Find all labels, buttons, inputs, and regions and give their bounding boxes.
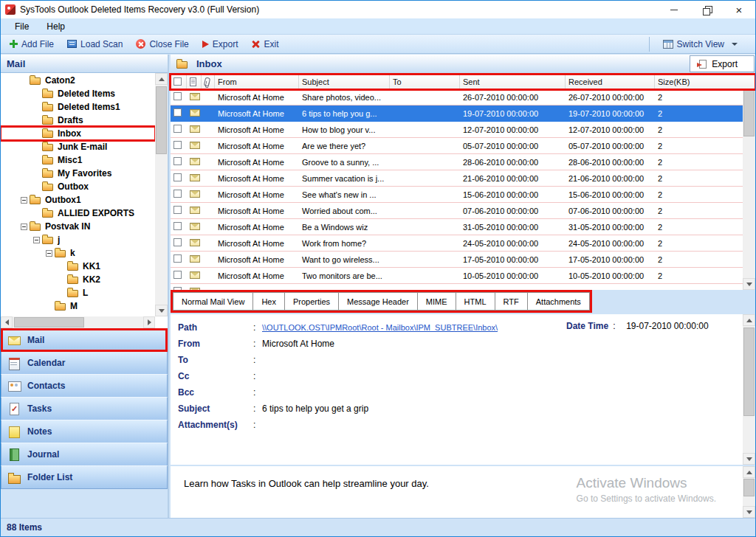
export-button-top[interactable]: Export: [690, 55, 755, 72]
row-checkbox[interactable]: [173, 238, 182, 246]
scroll-left-button[interactable]: [1, 316, 13, 328]
mail-row[interactable]: Microsoft At HomeShare photos, video...2…: [171, 89, 743, 105]
tree-item-drafts[interactable]: Drafts: [1, 114, 155, 127]
col-header-size[interactable]: Size(KB): [655, 75, 755, 89]
select-all-checkbox[interactable]: [173, 77, 182, 86]
scroll-up-button[interactable]: [743, 314, 755, 326]
toolbar-load-scan-button[interactable]: Load Scan: [61, 37, 128, 52]
tab-properties[interactable]: Properties: [284, 292, 339, 311]
scroll-thumb[interactable]: [156, 86, 167, 154]
toolbar-export-button[interactable]: Export: [196, 37, 244, 52]
tree-item-allied-exports[interactable]: ALLIED EXPORTS: [1, 207, 155, 220]
tab-normal-mail-view[interactable]: Normal Mail View: [173, 292, 253, 311]
mail-row[interactable]: Microsoft At HomeHow to blog your v...12…: [171, 122, 743, 138]
collapse-expander-icon[interactable]: [33, 237, 40, 243]
tree-item-junk-e-mail[interactable]: Junk E-mail: [1, 140, 155, 153]
scroll-right-button[interactable]: [143, 316, 155, 328]
tree-item-j[interactable]: j: [1, 233, 155, 246]
scroll-down-button[interactable]: [743, 506, 755, 518]
tree-item-outbox[interactable]: Outbox: [1, 180, 155, 193]
row-checkbox[interactable]: [173, 190, 182, 198]
detail-value-path[interactable]: \\OUTLOOK.OST\IPMRoot\Root - Mailbox\IPM…: [262, 323, 498, 332]
list-scrollbar-vertical[interactable]: [743, 75, 755, 290]
tab-mime[interactable]: MIME: [417, 292, 456, 311]
nav-button-tasks[interactable]: Tasks: [1, 397, 168, 420]
collapse-expander-icon[interactable]: [21, 224, 27, 230]
menu-item-help[interactable]: Help: [40, 20, 72, 33]
row-checkbox[interactable]: [173, 92, 182, 100]
detail-scrollbar-vertical[interactable]: [743, 314, 755, 465]
preview-scrollbar-vertical[interactable]: [743, 466, 755, 518]
minimize-button[interactable]: [658, 1, 690, 18]
mail-row[interactable]: Microsoft At HomeSummer vacation is j...…: [171, 170, 743, 187]
row-checkbox[interactable]: [173, 206, 182, 214]
tab-hex[interactable]: Hex: [252, 292, 285, 311]
tab-attachments[interactable]: Attachments: [527, 292, 590, 311]
tree-item-inbox[interactable]: Inbox: [1, 127, 155, 140]
close-button[interactable]: ×: [723, 1, 755, 18]
scroll-thumb[interactable]: [743, 328, 755, 416]
scroll-up-button[interactable]: [155, 73, 168, 85]
tab-rtf[interactable]: RTF: [495, 292, 528, 311]
tree-item-k[interactable]: k: [1, 246, 155, 260]
nav-button-notes[interactable]: Notes: [1, 420, 168, 443]
col-header-sent[interactable]: Sent: [460, 75, 566, 89]
row-checkbox[interactable]: [173, 108, 182, 117]
row-checkbox[interactable]: [173, 271, 182, 279]
tree-item-m[interactable]: M: [1, 299, 155, 313]
tree-scrollbar-vertical[interactable]: [155, 73, 168, 316]
scroll-up-button[interactable]: [743, 466, 755, 478]
mail-row[interactable]: Microsoft At HomeGroove to a sunny, ...2…: [171, 154, 743, 170]
switch-view-button[interactable]: Switch View: [657, 37, 743, 52]
collapse-expander-icon[interactable]: [46, 250, 52, 257]
nav-button-folder-list[interactable]: Folder List: [1, 465, 168, 489]
tab-message-header[interactable]: Message Header: [338, 292, 418, 311]
col-header-subject[interactable]: Subject: [299, 75, 390, 89]
menu-item-file[interactable]: File: [8, 20, 35, 33]
scroll-thumb[interactable]: [14, 317, 84, 328]
col-header-to[interactable]: To: [390, 75, 460, 89]
scroll-down-button[interactable]: [155, 305, 168, 316]
tree-item-deleted-items[interactable]: Deleted Items: [1, 87, 155, 100]
row-checkbox[interactable]: [173, 141, 182, 149]
scroll-down-button[interactable]: [743, 278, 755, 290]
tree-item-l[interactable]: L: [1, 286, 155, 299]
nav-button-contacts[interactable]: Contacts: [1, 374, 168, 398]
scroll-thumb[interactable]: [743, 479, 755, 496]
tree-item-kk2[interactable]: KK2: [1, 273, 155, 286]
scroll-thumb[interactable]: [743, 88, 755, 136]
tree-item-deleted-items1[interactable]: Deleted Items1: [1, 100, 155, 114]
row-checkbox[interactable]: [173, 125, 182, 133]
tree-item-kk1[interactable]: KK1: [1, 260, 155, 273]
mail-row[interactable]: Microsoft At Home6 tips to help you g...…: [171, 105, 743, 122]
tree-item-misc1[interactable]: Misc1: [1, 153, 155, 167]
toolbar-add-file-button[interactable]: Add File: [4, 37, 60, 52]
tab-html[interactable]: HTML: [456, 292, 495, 311]
nav-button-journal[interactable]: Journal: [1, 443, 168, 466]
col-header-from[interactable]: From: [215, 75, 299, 89]
tree-item-outbox1[interactable]: Outbox1: [1, 193, 155, 207]
mail-row[interactable]: Microsoft At HomeTwo monitors are be...1…: [171, 268, 743, 284]
maximize-button[interactable]: [690, 1, 723, 18]
mail-row[interactable]: Microsoft At HomeWant to go wireless...1…: [171, 252, 743, 268]
mail-row[interactable]: Microsoft At HomeWorried about com...07-…: [171, 203, 743, 219]
mail-row[interactable]: Microsoft At HomeBe a Windows wiz31-05-2…: [171, 219, 743, 235]
nav-button-mail[interactable]: Mail: [1, 328, 168, 352]
mail-row[interactable]: [171, 284, 743, 290]
toolbar-close-file-button[interactable]: Close File: [130, 37, 194, 52]
row-checkbox[interactable]: [173, 222, 182, 230]
row-checkbox[interactable]: [173, 173, 182, 181]
collapse-expander-icon[interactable]: [21, 197, 27, 204]
toolbar-exit-button[interactable]: Exit: [245, 37, 284, 52]
tree-item-my-favorites[interactable]: My Favorites: [1, 167, 155, 180]
row-checkbox[interactable]: [173, 157, 182, 165]
scroll-down-button[interactable]: [743, 453, 755, 465]
mail-row[interactable]: Microsoft At HomeSee what's new in ...15…: [171, 187, 743, 203]
tree-scrollbar-horizontal[interactable]: [1, 316, 155, 328]
mail-row[interactable]: Microsoft At HomeAre we there yet?05-07-…: [171, 138, 743, 154]
nav-button-calendar[interactable]: Calendar: [1, 351, 168, 375]
tree-item-postvak-in[interactable]: Postvak IN: [1, 220, 155, 233]
tree-item-caton2[interactable]: Caton2: [1, 74, 155, 87]
mail-row[interactable]: Microsoft At HomeWork from home?24-05-20…: [171, 235, 743, 252]
col-header-received[interactable]: Received: [566, 75, 655, 89]
